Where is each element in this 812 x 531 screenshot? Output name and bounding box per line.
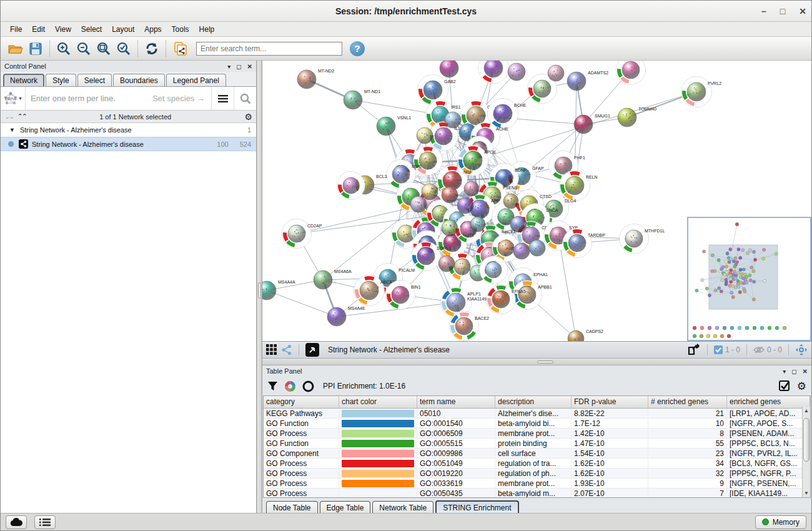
birds-eye-toggle-icon[interactable]	[795, 344, 808, 356]
zoom-in-button[interactable]	[54, 39, 74, 58]
string-logo-icon[interactable]: STRING ▾	[1, 87, 26, 110]
network-node-mt-nd2[interactable]: MT-ND2	[297, 69, 334, 89]
network-collection-row[interactable]: ▼ String Network - Alzheimer's disease 1	[1, 123, 256, 137]
network-node-bace2[interactable]: BACE2	[450, 312, 490, 341]
col-header[interactable]: description	[495, 396, 572, 408]
network-node-cadps2[interactable]: CADPS2	[568, 329, 603, 342]
eye-slash-icon[interactable]	[753, 345, 765, 354]
table-float-panel-icon[interactable]: ◻	[791, 368, 796, 375]
zoom-out-button[interactable]	[74, 39, 94, 58]
table-row[interactable]: KEGG Pathways05010Alzheimer's dise...8.8…	[264, 409, 810, 419]
network-node[interactable]	[413, 146, 443, 176]
scrollbar-thumb[interactable]	[803, 418, 810, 462]
birds-eye-view[interactable]	[687, 217, 811, 341]
col-header[interactable]: enriched genes	[727, 396, 810, 408]
table-close-panel-icon[interactable]: ✕	[803, 368, 808, 375]
tab-network-table[interactable]: Network Table	[372, 501, 433, 514]
clone-network-button[interactable]	[170, 39, 190, 58]
collapse-all-icon[interactable]: ⌄⌄	[4, 112, 13, 121]
expand-all-icon[interactable]: ⌃⌃	[17, 112, 26, 121]
maximize-button[interactable]: □	[780, 6, 785, 16]
zoom-selected-button[interactable]	[114, 39, 134, 58]
network-node[interactable]	[503, 194, 518, 209]
tab-string-enrichment[interactable]: STRING Enrichment	[435, 500, 518, 514]
menu-apps[interactable]: Apps	[140, 23, 166, 36]
network-node[interactable]	[470, 217, 485, 232]
table-row[interactable]: GO ProcessGO:0019220regulation of ph...1…	[264, 469, 810, 479]
table-row[interactable]: GO ProcessGO:0033619membrane prot...1.93…	[264, 479, 810, 489]
close-panel-icon[interactable]: ✕	[247, 63, 252, 70]
network-node[interactable]	[337, 172, 365, 200]
search-input[interactable]	[196, 42, 342, 56]
table-row[interactable]: GO ProcessGO:0050435beta-amyloid m...2.0…	[264, 489, 810, 498]
menu-tools[interactable]: Tools	[167, 23, 194, 36]
network-node[interactable]	[422, 184, 438, 200]
filter-icon[interactable]	[267, 381, 278, 392]
share-network-icon[interactable]	[281, 344, 292, 355]
network-node-tardbp[interactable]: TARDBP	[563, 229, 606, 258]
network-node-mt-nd1[interactable]: MT-ND1	[344, 89, 380, 109]
network-node-apbb1[interactable]: APBB1	[513, 280, 552, 310]
network-node-bin1[interactable]: BIN1	[386, 280, 421, 310]
tab-node-table[interactable]: Node Table	[266, 501, 318, 514]
network-node[interactable]	[508, 63, 525, 81]
network-canvas[interactable]: MT-ND2MT-ND1VSNL1GAB2ADAMTS2PVRL2TOMM40S…	[262, 61, 811, 342]
tab-select[interactable]: Select	[77, 74, 112, 86]
tab-edge-table[interactable]: Edge Table	[320, 501, 371, 514]
col-header[interactable]: chart color	[339, 396, 417, 408]
network-node-vsnl1[interactable]: VSNL1	[377, 116, 411, 136]
table-scrollbar[interactable]: ▲ ▼	[802, 407, 810, 497]
network-node[interactable]	[478, 61, 509, 84]
menu-select[interactable]: Select	[77, 23, 106, 36]
network-node[interactable]	[442, 220, 458, 236]
menu-layout[interactable]: Layout	[107, 23, 139, 36]
network-node[interactable]	[510, 216, 527, 232]
set-species-hint[interactable]: Set species →	[152, 94, 205, 103]
tab-boundaries[interactable]: Boundaries	[113, 74, 165, 86]
table-row[interactable]: GO ProcessGO:0051049regulation of tra...…	[264, 459, 810, 469]
col-header[interactable]: FDR p-value	[572, 396, 648, 408]
string-search-button[interactable]	[234, 87, 256, 110]
network-node-mthfd1l[interactable]: MTHFD1L	[620, 224, 665, 254]
network-node-pvrl2[interactable]: PVRL2	[681, 77, 722, 107]
network-options-gear-icon[interactable]: ⚙	[244, 112, 252, 122]
tab-legend-panel[interactable]: Legend Panel	[166, 74, 226, 86]
refresh-button[interactable]	[142, 39, 162, 58]
tab-style[interactable]: Style	[46, 74, 76, 86]
grid-view-icon[interactable]	[266, 344, 277, 355]
menu-edit[interactable]: Edit	[27, 23, 49, 36]
network-node[interactable]	[417, 127, 433, 144]
select-rows-checkbox-icon[interactable]	[779, 380, 791, 392]
minimize-button[interactable]: –	[761, 6, 766, 16]
network-node[interactable]	[442, 187, 458, 203]
network-node-cd2ap[interactable]: CD2AP	[282, 219, 322, 249]
table-row[interactable]: GO FunctionGO:0001540beta-amyloid bi...1…	[264, 419, 810, 429]
network-node-reln[interactable]: RELN	[560, 171, 598, 201]
col-header[interactable]: # enriched genes	[648, 396, 727, 408]
open-in-browser-button[interactable]	[305, 343, 319, 357]
birds-eye-minimap[interactable]	[688, 218, 810, 340]
donut-chart-icon[interactable]	[284, 380, 296, 392]
table-row[interactable]: GO ComponentGO:0009986cell surface1.54E-…	[264, 449, 810, 459]
vertical-splitter[interactable]	[257, 61, 262, 514]
cloud-tasks-button[interactable]	[6, 515, 27, 529]
close-button[interactable]: ✕	[799, 6, 806, 16]
table-row[interactable]: GO FunctionGO:0005515protein binding1.47…	[264, 439, 810, 449]
title-bar[interactable]: Session: /tmp/enrichmentTest.cys – □ ✕	[1, 1, 811, 22]
network-row-selected[interactable]: String Network - Alzheimer's disease 100…	[1, 137, 256, 151]
network-node[interactable]	[438, 256, 455, 272]
float-panel-icon[interactable]: ◻	[236, 63, 241, 70]
network-node[interactable]	[445, 112, 461, 128]
scroll-up-icon[interactable]: ▲	[803, 407, 810, 415]
network-node[interactable]	[548, 65, 564, 81]
zoom-fit-button[interactable]	[94, 39, 114, 58]
h-splitter-grip[interactable]	[537, 360, 553, 364]
col-header[interactable]: category	[264, 396, 339, 408]
table-panel-menu-icon[interactable]: ▾	[783, 368, 786, 375]
network-node[interactable]	[464, 181, 479, 196]
network-node-smug1[interactable]: SMUG1	[574, 114, 610, 134]
network-node[interactable]	[457, 197, 473, 214]
network-node[interactable]	[440, 61, 458, 77]
table-row[interactable]: GO ProcessGO:0006509membrane prot...1.42…	[264, 429, 810, 439]
network-node[interactable]	[480, 256, 508, 284]
